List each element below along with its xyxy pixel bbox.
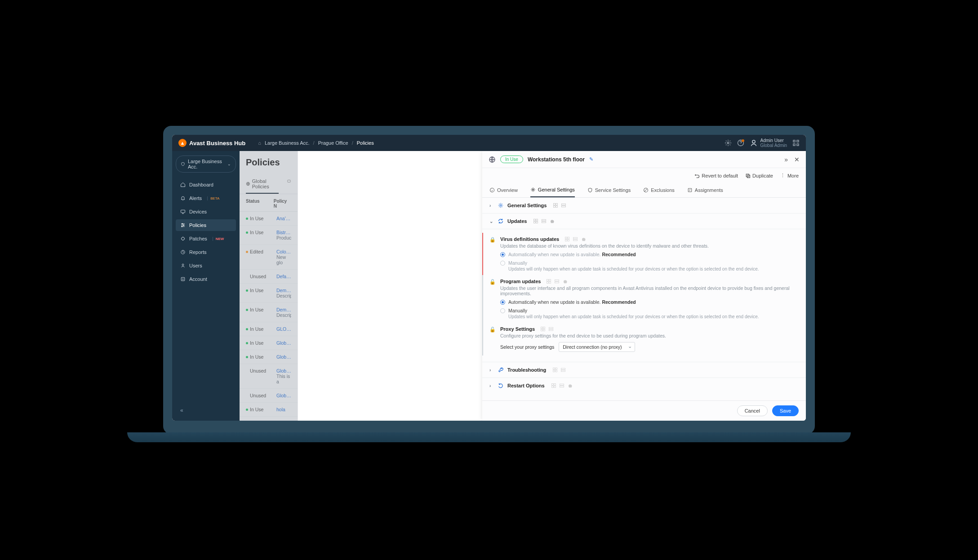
breadcrumb-root[interactable]: Large Business Acc. [265, 140, 310, 146]
gear-icon [530, 187, 536, 192]
home-icon[interactable]: ⌂ [258, 140, 261, 146]
block-title: Proxy Settings [500, 326, 535, 332]
radio-auto[interactable]: Automatically when new update is availab… [500, 252, 799, 257]
radio-manual[interactable]: Manually [500, 260, 799, 266]
user-icon [750, 139, 758, 147]
svg-point-10 [182, 226, 182, 227]
svg-point-0 [727, 142, 729, 144]
brand[interactable]: ▲ Avast Business Hub [178, 139, 245, 147]
svg-rect-54 [549, 329, 553, 331]
svg-rect-52 [543, 329, 545, 331]
svg-rect-39 [565, 240, 567, 241]
server-icon [541, 218, 547, 224]
svg-rect-50 [543, 327, 545, 329]
sidebar-item-label: Policies [189, 222, 206, 228]
tab-general-settings[interactable]: General Settings [530, 183, 575, 197]
status-pill: In Use [500, 156, 523, 163]
lock-icon[interactable]: 🔓 [489, 326, 496, 352]
sidebar-item-label: Dashboard [189, 182, 213, 187]
sidebar-item-reports[interactable]: Reports [176, 246, 236, 258]
section-label: General Settings [507, 203, 547, 208]
gear-icon [498, 202, 504, 209]
svg-rect-47 [555, 280, 559, 281]
close-panel-icon[interactable]: ✕ [794, 156, 800, 163]
block-desc: Updates the user interface and all progr… [500, 285, 799, 296]
panel-title: Workstations 5th floor [528, 156, 585, 163]
server-icon [554, 279, 560, 284]
wrench-icon [498, 367, 504, 373]
sidebar-item-label: Alerts [189, 196, 202, 201]
breadcrumb-mid[interactable]: Prague Office [318, 140, 348, 146]
policies-column: Policies Global Policies Status Policy N… [240, 151, 298, 421]
tab-overview[interactable]: Overview [489, 183, 518, 197]
radio-manual[interactable]: Manually [500, 308, 799, 313]
sidebar-item-devices[interactable]: Devices [176, 206, 236, 218]
duplicate-button[interactable]: Duplicate [745, 173, 773, 178]
section-troubleshooting[interactable]: › Troubleshooting [482, 362, 806, 378]
lock-icon[interactable]: 🔒 [489, 236, 496, 271]
svg-rect-26 [556, 204, 558, 205]
bell-icon [180, 196, 186, 201]
svg-rect-27 [554, 206, 556, 208]
section-label: Updates [507, 218, 527, 224]
collapse-panel-icon[interactable]: » [784, 156, 788, 163]
info-icon [489, 187, 495, 193]
more-button[interactable]: ⋮ More [780, 173, 799, 178]
radio-auto[interactable]: Automatically when new update is availab… [500, 299, 799, 305]
home-icon [180, 182, 186, 187]
sidebar-item-alerts[interactable]: Alerts BETA [176, 192, 236, 204]
svg-rect-51 [541, 329, 543, 331]
tab-service-settings[interactable]: Service Settings [587, 183, 631, 197]
help-icon[interactable] [737, 139, 744, 147]
apps-icon[interactable] [792, 139, 800, 147]
cancel-button[interactable]: Cancel [737, 405, 768, 416]
section-label: Troubleshooting [507, 367, 546, 373]
new-badge: NEW [213, 237, 224, 241]
monitor-icon [180, 209, 186, 214]
sidebar-item-policies[interactable]: Policies [176, 219, 236, 231]
section-general-settings[interactable]: › General Settings [482, 198, 806, 213]
user-menu[interactable]: Admin User Global Admin [750, 138, 787, 148]
breadcrumb: ⌂ Large Business Acc. / Prague Office / … [258, 140, 373, 146]
svg-rect-23 [688, 188, 692, 192]
svg-rect-34 [536, 222, 538, 223]
svg-rect-30 [562, 206, 566, 207]
program-updates-block: 🔓 Program updates [482, 275, 799, 323]
sidebar-collapse[interactable]: « [176, 404, 236, 416]
svg-rect-3 [793, 140, 795, 142]
account-icon [180, 276, 186, 282]
exclusion-icon [643, 187, 649, 193]
svg-point-24 [500, 204, 502, 206]
block-desc: Configure proxy settings for the end dev… [500, 333, 799, 338]
section-updates[interactable]: ⌄ Updates [482, 213, 806, 229]
tab-assignments[interactable]: Assignments [687, 183, 723, 197]
settings-icon[interactable] [725, 139, 732, 147]
windows-icon [551, 383, 556, 388]
radio-icon [500, 300, 505, 305]
svg-point-13 [182, 264, 184, 266]
edit-title-icon[interactable]: ✎ [589, 156, 593, 162]
brand-label: Avast Business Hub [189, 140, 245, 147]
proxy-select[interactable]: Direct connection (no proxy) [559, 342, 635, 352]
sidebar-item-patches[interactable]: Patches NEW [176, 233, 236, 244]
svg-point-2 [752, 140, 755, 143]
shield-icon [181, 161, 185, 167]
sidebar-item-account[interactable]: Account [176, 273, 236, 285]
chevron-down-icon: ⌄ [489, 219, 494, 224]
lock-icon[interactable]: 🔓 [489, 279, 496, 319]
svg-rect-46 [549, 282, 551, 284]
block-title: Virus definitions updates [500, 236, 559, 242]
svg-rect-28 [556, 206, 558, 208]
save-button[interactable]: Save [772, 405, 799, 416]
section-restart-options[interactable]: › Restart Options [482, 378, 806, 393]
svg-rect-65 [560, 384, 564, 385]
sidebar-item-users[interactable]: Users [176, 260, 236, 271]
apple-icon [549, 218, 555, 224]
more-icon: ⋮ [780, 173, 786, 178]
policy-detail-panel: In Use Workstations 5th floor ✎ » ✕ Reve… [482, 151, 806, 421]
tab-exclusions[interactable]: Exclusions [643, 183, 675, 197]
sidebar-item-dashboard[interactable]: Dashboard [176, 179, 236, 191]
account-selector[interactable]: Large Business Acc. ⌄ [176, 156, 236, 173]
svg-rect-56 [556, 368, 557, 370]
revert-button[interactable]: Revert to default [694, 173, 738, 178]
